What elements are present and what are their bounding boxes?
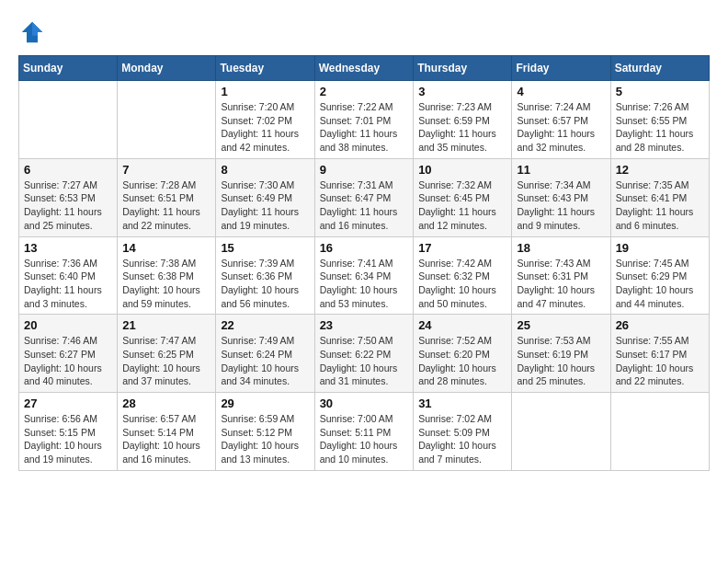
day-info: Sunrise: 7:52 AMSunset: 6:20 PMDaylight:…	[418, 334, 506, 388]
day-number: 10	[418, 163, 506, 177]
day-number: 16	[320, 241, 409, 255]
day-number: 5	[616, 85, 704, 98]
logo-icon	[18, 18, 46, 46]
calendar-cell	[512, 393, 610, 471]
day-number: 15	[221, 241, 309, 255]
day-info: Sunrise: 7:41 AMSunset: 6:34 PMDaylight:…	[320, 257, 409, 311]
day-info: Sunrise: 7:34 AMSunset: 6:43 PMDaylight:…	[517, 178, 605, 233]
column-header-monday: Monday	[118, 56, 216, 81]
calendar-cell: 12Sunrise: 7:35 AMSunset: 6:41 PMDayligh…	[610, 158, 709, 236]
calendar-cell: 24Sunrise: 7:52 AMSunset: 6:20 PMDayligh…	[414, 315, 512, 393]
day-info: Sunrise: 7:39 AMSunset: 6:36 PMDaylight:…	[221, 257, 309, 311]
calendar-cell: 18Sunrise: 7:43 AMSunset: 6:31 PMDayligh…	[512, 236, 610, 315]
day-number: 28	[122, 396, 210, 410]
day-number: 8	[221, 163, 309, 177]
day-number: 26	[616, 318, 704, 332]
day-info: Sunrise: 7:28 AMSunset: 6:51 PMDaylight:…	[122, 178, 210, 233]
column-header-saturday: Saturday	[610, 56, 709, 81]
day-number: 18	[517, 241, 605, 255]
calendar-cell: 29Sunrise: 6:59 AMSunset: 5:12 PMDayligh…	[216, 393, 314, 471]
calendar-cell: 9Sunrise: 7:31 AMSunset: 6:47 PMDaylight…	[314, 158, 414, 236]
day-number: 27	[24, 396, 112, 410]
calendar-week-row: 1Sunrise: 7:20 AMSunset: 7:02 PMDaylight…	[19, 81, 710, 159]
column-header-sunday: Sunday	[19, 56, 118, 81]
column-header-thursday: Thursday	[414, 56, 512, 81]
day-number: 21	[122, 318, 210, 332]
day-number: 9	[320, 163, 409, 177]
calendar-cell: 21Sunrise: 7:47 AMSunset: 6:25 PMDayligh…	[118, 315, 216, 393]
day-number: 11	[517, 163, 605, 177]
calendar-cell: 25Sunrise: 7:53 AMSunset: 6:19 PMDayligh…	[512, 315, 610, 393]
day-number: 23	[320, 318, 409, 332]
day-number: 12	[616, 163, 704, 177]
calendar-cell: 1Sunrise: 7:20 AMSunset: 7:02 PMDaylight…	[216, 81, 314, 159]
calendar-cell: 27Sunrise: 6:56 AMSunset: 5:15 PMDayligh…	[19, 393, 118, 471]
day-info: Sunrise: 7:23 AMSunset: 6:59 PMDaylight:…	[418, 100, 506, 155]
day-info: Sunrise: 7:22 AMSunset: 7:01 PMDaylight:…	[320, 100, 409, 155]
calendar-cell: 16Sunrise: 7:41 AMSunset: 6:34 PMDayligh…	[314, 236, 414, 315]
calendar-cell	[610, 393, 709, 471]
day-info: Sunrise: 7:43 AMSunset: 6:31 PMDaylight:…	[517, 257, 605, 311]
day-number: 19	[616, 241, 704, 255]
calendar-cell: 30Sunrise: 7:00 AMSunset: 5:11 PMDayligh…	[314, 393, 414, 471]
calendar-cell: 4Sunrise: 7:24 AMSunset: 6:57 PMDaylight…	[512, 81, 610, 159]
day-info: Sunrise: 7:35 AMSunset: 6:41 PMDaylight:…	[616, 178, 704, 233]
day-info: Sunrise: 7:46 AMSunset: 6:27 PMDaylight:…	[24, 334, 112, 388]
day-number: 30	[320, 396, 409, 410]
day-number: 3	[418, 85, 506, 98]
calendar-cell: 2Sunrise: 7:22 AMSunset: 7:01 PMDaylight…	[314, 81, 414, 159]
day-number: 22	[221, 318, 309, 332]
svg-marker-1	[32, 22, 42, 36]
column-header-tuesday: Tuesday	[216, 56, 314, 81]
calendar-week-row: 27Sunrise: 6:56 AMSunset: 5:15 PMDayligh…	[19, 393, 710, 471]
calendar-cell: 17Sunrise: 7:42 AMSunset: 6:32 PMDayligh…	[414, 236, 512, 315]
calendar-cell: 8Sunrise: 7:30 AMSunset: 6:49 PMDaylight…	[216, 158, 314, 236]
column-header-wednesday: Wednesday	[314, 56, 414, 81]
day-info: Sunrise: 7:30 AMSunset: 6:49 PMDaylight:…	[221, 178, 309, 233]
logo	[18, 18, 50, 46]
day-info: Sunrise: 7:02 AMSunset: 5:09 PMDaylight:…	[418, 412, 506, 466]
column-header-friday: Friday	[512, 56, 610, 81]
calendar-cell: 10Sunrise: 7:32 AMSunset: 6:45 PMDayligh…	[414, 158, 512, 236]
day-number: 4	[517, 85, 605, 98]
day-info: Sunrise: 7:53 AMSunset: 6:19 PMDaylight:…	[517, 334, 605, 388]
day-info: Sunrise: 7:50 AMSunset: 6:22 PMDaylight:…	[320, 334, 409, 388]
day-info: Sunrise: 7:26 AMSunset: 6:55 PMDaylight:…	[616, 100, 704, 155]
day-info: Sunrise: 7:31 AMSunset: 6:47 PMDaylight:…	[320, 178, 409, 233]
day-number: 17	[418, 241, 506, 255]
day-number: 24	[418, 318, 506, 332]
calendar-cell	[19, 81, 118, 159]
day-info: Sunrise: 6:56 AMSunset: 5:15 PMDaylight:…	[24, 412, 112, 466]
calendar-week-row: 20Sunrise: 7:46 AMSunset: 6:27 PMDayligh…	[19, 315, 710, 393]
day-number: 6	[24, 163, 112, 177]
day-number: 25	[517, 318, 605, 332]
calendar-body: 1Sunrise: 7:20 AMSunset: 7:02 PMDaylight…	[19, 81, 710, 471]
calendar-cell: 6Sunrise: 7:27 AMSunset: 6:53 PMDaylight…	[19, 158, 118, 236]
day-info: Sunrise: 7:55 AMSunset: 6:17 PMDaylight:…	[616, 334, 704, 388]
calendar-cell: 19Sunrise: 7:45 AMSunset: 6:29 PMDayligh…	[610, 236, 709, 315]
day-info: Sunrise: 7:42 AMSunset: 6:32 PMDaylight:…	[418, 257, 506, 311]
calendar-cell: 26Sunrise: 7:55 AMSunset: 6:17 PMDayligh…	[610, 315, 709, 393]
day-info: Sunrise: 6:59 AMSunset: 5:12 PMDaylight:…	[221, 412, 309, 466]
day-info: Sunrise: 7:32 AMSunset: 6:45 PMDaylight:…	[418, 178, 506, 233]
day-number: 29	[221, 396, 309, 410]
day-number: 20	[24, 318, 112, 332]
day-info: Sunrise: 7:36 AMSunset: 6:40 PMDaylight:…	[24, 257, 112, 311]
day-number: 2	[320, 85, 409, 98]
calendar-table: SundayMondayTuesdayWednesdayThursdayFrid…	[18, 55, 710, 471]
day-info: Sunrise: 6:57 AMSunset: 5:14 PMDaylight:…	[122, 412, 210, 466]
day-info: Sunrise: 7:38 AMSunset: 6:38 PMDaylight:…	[122, 257, 210, 311]
calendar-cell: 3Sunrise: 7:23 AMSunset: 6:59 PMDaylight…	[414, 81, 512, 159]
day-info: Sunrise: 7:24 AMSunset: 6:57 PMDaylight:…	[517, 100, 605, 155]
day-info: Sunrise: 7:00 AMSunset: 5:11 PMDaylight:…	[320, 412, 409, 466]
calendar-cell: 28Sunrise: 6:57 AMSunset: 5:14 PMDayligh…	[118, 393, 216, 471]
day-info: Sunrise: 7:47 AMSunset: 6:25 PMDaylight:…	[122, 334, 210, 388]
calendar-cell: 5Sunrise: 7:26 AMSunset: 6:55 PMDaylight…	[610, 81, 709, 159]
calendar-header-row: SundayMondayTuesdayWednesdayThursdayFrid…	[19, 56, 710, 81]
page-header	[18, 18, 710, 46]
day-number: 1	[221, 85, 309, 98]
calendar-cell	[118, 81, 216, 159]
calendar-cell: 23Sunrise: 7:50 AMSunset: 6:22 PMDayligh…	[314, 315, 414, 393]
calendar-cell: 20Sunrise: 7:46 AMSunset: 6:27 PMDayligh…	[19, 315, 118, 393]
day-number: 7	[122, 163, 210, 177]
